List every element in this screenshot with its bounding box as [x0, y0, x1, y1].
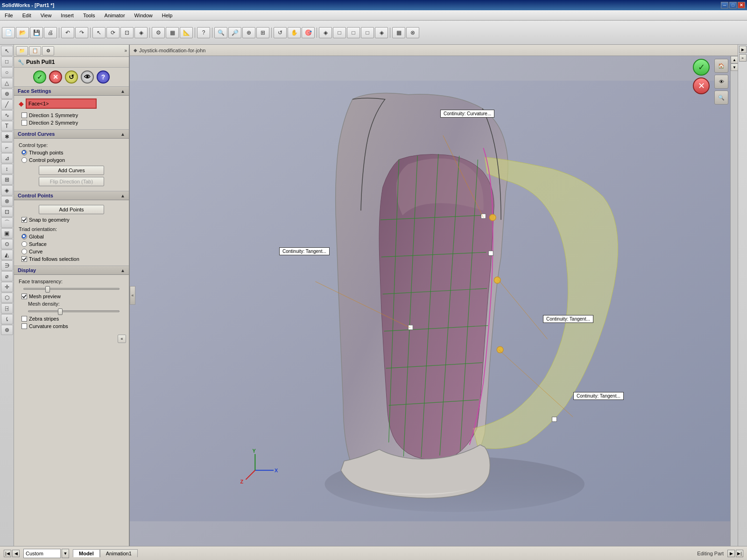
- nav-next-btn[interactable]: ▶: [727, 550, 735, 557]
- mesh-preview-checkbox[interactable]: [21, 294, 27, 299]
- add-curves-button[interactable]: Add Curves: [39, 166, 104, 175]
- continuity-label-4[interactable]: Continuity: Tangent...: [573, 392, 624, 400]
- menu-file[interactable]: File: [2, 12, 16, 19]
- toolbar-options[interactable]: ⚙: [152, 27, 165, 38]
- toolbar-display-modes[interactable]: ▦: [392, 27, 405, 38]
- right-panel-expand[interactable]: »: [739, 54, 747, 62]
- display-header[interactable]: Display ▲: [14, 266, 129, 275]
- toolbar-zoom-out[interactable]: 🔎: [228, 27, 241, 38]
- left-tool-rect[interactable]: □: [1, 56, 13, 67]
- panel-collapse-button[interactable]: «: [118, 335, 126, 343]
- left-tool-revolve[interactable]: ⊙: [1, 239, 13, 249]
- left-tool-measure2[interactable]: ⊿: [1, 153, 13, 163]
- toolbar-view-side[interactable]: □: [347, 27, 360, 38]
- toolbar-help[interactable]: ?: [197, 27, 210, 38]
- cancel-button[interactable]: ✕: [49, 70, 62, 84]
- toolbar-save[interactable]: 💾: [30, 27, 43, 38]
- left-tool-select[interactable]: ↖: [1, 46, 13, 56]
- toolbar-magnet[interactable]: ◈: [134, 27, 148, 38]
- preview-button[interactable]: 👁: [81, 70, 94, 84]
- mesh-density-thumb[interactable]: [58, 308, 63, 315]
- snap-geometry-checkbox[interactable]: [21, 217, 27, 223]
- left-tool-flex[interactable]: ⤹: [1, 314, 13, 324]
- panel-expand-btn[interactable]: »: [124, 48, 127, 53]
- left-tool-tri[interactable]: △: [1, 78, 13, 88]
- toolbar-view-top[interactable]: □: [361, 27, 374, 38]
- zoom-panel-btn[interactable]: 🔍: [714, 91, 728, 105]
- left-tool-circle[interactable]: ○: [1, 67, 13, 77]
- left-tool-move[interactable]: ↕: [1, 164, 13, 174]
- right-panel-btn[interactable]: ▶: [739, 46, 747, 53]
- nav-start-btn[interactable]: |◀: [4, 550, 11, 557]
- help-button[interactable]: ?: [97, 70, 110, 84]
- toolbar-pan[interactable]: ✋: [288, 27, 301, 38]
- maximize-button[interactable]: □: [729, 2, 737, 8]
- menu-insert[interactable]: Insert: [58, 12, 77, 19]
- continuity-label-2[interactable]: Continuity: Tangent...: [279, 247, 330, 255]
- left-tool-extrude[interactable]: ▣: [1, 228, 13, 238]
- toolbar-filter[interactable]: ⟳: [106, 27, 120, 38]
- scroll-up-btn[interactable]: ▲: [731, 56, 738, 63]
- dir1-symmetry-checkbox[interactable]: [21, 112, 27, 118]
- control-curves-header[interactable]: Control Curves ▲: [14, 129, 129, 139]
- toolbar-print[interactable]: 🖨: [44, 27, 57, 38]
- tab-model[interactable]: Model: [73, 549, 100, 557]
- toolbar-view-front[interactable]: □: [333, 27, 346, 38]
- close-button[interactable]: ✕: [738, 2, 745, 8]
- triad-follows-checkbox[interactable]: [21, 256, 27, 262]
- left-tool-loft[interactable]: ◭: [1, 250, 13, 260]
- rebuild-button[interactable]: ↺: [65, 70, 78, 84]
- toolbar-view-orient[interactable]: 🎯: [302, 27, 315, 38]
- toolbar-undo[interactable]: ↶: [61, 27, 74, 38]
- reject-btn[interactable]: ✕: [693, 77, 710, 94]
- curve-radio[interactable]: [21, 249, 27, 254]
- left-tool-wrap[interactable]: ⊕: [1, 325, 13, 335]
- toolbar-view-3d[interactable]: ◈: [319, 27, 332, 38]
- menu-view[interactable]: View: [38, 12, 55, 19]
- dir2-symmetry-checkbox[interactable]: [21, 120, 27, 126]
- continuity-label-3[interactable]: Continuity: Tangent...: [543, 315, 593, 323]
- left-tool-point[interactable]: ⊕: [1, 89, 13, 99]
- viewport-scrollbar-right[interactable]: ▲ ▼: [730, 56, 738, 546]
- left-tool-axis[interactable]: ✛: [1, 282, 13, 292]
- view-mode-dropdown[interactable]: ▼: [62, 549, 69, 558]
- left-tool-mate[interactable]: ⍈: [1, 303, 13, 314]
- left-tool-sweep[interactable]: ∋: [1, 260, 13, 271]
- toolbar-section[interactable]: ⊗: [406, 27, 419, 38]
- toolbar-grid[interactable]: ▦: [166, 27, 179, 38]
- minimize-button[interactable]: ─: [721, 2, 728, 8]
- model-container[interactable]: X Y Z Continuity: Curvature... Continuit…: [130, 56, 738, 546]
- left-tool-star[interactable]: ✱: [1, 132, 13, 142]
- add-points-button[interactable]: Add Points: [39, 205, 104, 214]
- toolbar-open[interactable]: 📂: [16, 27, 29, 38]
- viewport[interactable]: ◆ Joystick-modification-for-john: [130, 45, 738, 546]
- toolbar-select[interactable]: ↖: [92, 27, 106, 38]
- flip-direction-button[interactable]: Flip Direction (Tab): [39, 177, 104, 186]
- control-polygon-radio[interactable]: [21, 157, 27, 163]
- ok-button[interactable]: ✓: [33, 70, 46, 84]
- panel-tab-1[interactable]: 📁: [16, 46, 28, 56]
- menu-window[interactable]: Window: [132, 12, 155, 19]
- menu-animator[interactable]: Animator: [102, 12, 128, 19]
- left-tool-plane[interactable]: ⬡: [1, 293, 13, 303]
- control-points-header[interactable]: Control Points ▲: [14, 191, 129, 200]
- toolbar-new[interactable]: 📄: [2, 27, 15, 38]
- toolbar-view-iso[interactable]: ◈: [375, 27, 388, 38]
- left-tool-line[interactable]: ╱: [1, 99, 13, 110]
- left-tool-pattern[interactable]: ⊞: [1, 175, 13, 185]
- tab-animation1[interactable]: Animation1: [100, 549, 138, 557]
- toolbar-box-sel[interactable]: ⊡: [120, 27, 134, 38]
- left-tool-heli[interactable]: ⌀: [1, 271, 13, 281]
- panel-tab-3[interactable]: ⚙: [42, 46, 54, 56]
- toolbar-rotate[interactable]: ↺: [274, 27, 287, 38]
- panel-tab-2[interactable]: 📋: [29, 46, 41, 56]
- toolbar-zoom-fit[interactable]: ⊕: [242, 27, 255, 38]
- left-tool-ref[interactable]: ⊡: [1, 207, 13, 217]
- left-tool-smart[interactable]: ◈: [1, 185, 13, 196]
- left-tool-text[interactable]: T: [1, 121, 13, 131]
- surface-radio[interactable]: [21, 241, 27, 247]
- view-orient-btn[interactable]: 👁: [714, 75, 728, 89]
- face-settings-header[interactable]: Face Settings ▲: [14, 86, 129, 96]
- continuity-label-1[interactable]: Continuity: Curvature...: [440, 110, 494, 118]
- toolbar-measure[interactable]: 📐: [180, 27, 193, 38]
